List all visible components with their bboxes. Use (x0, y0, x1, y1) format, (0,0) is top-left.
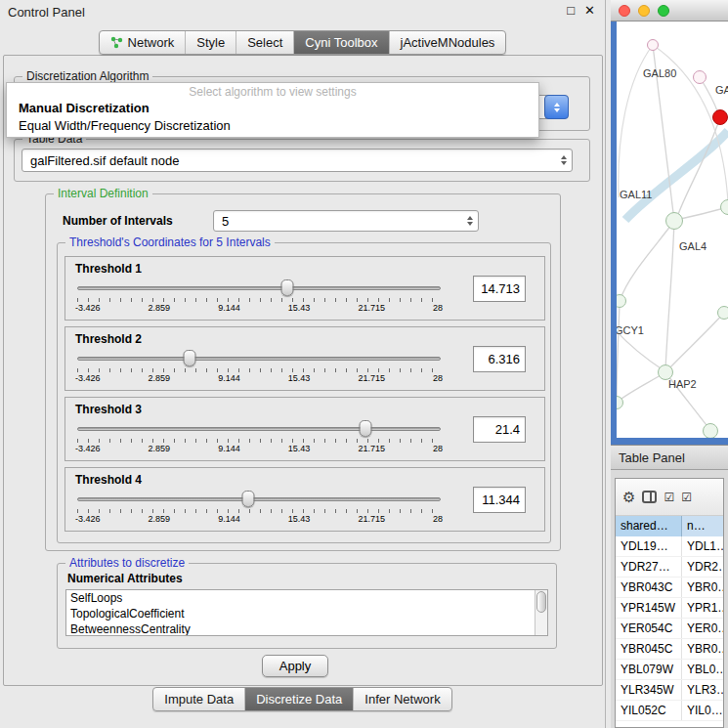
tab-infer-network[interactable]: Infer Network (353, 688, 450, 710)
scrollbar-thumb[interactable] (536, 591, 546, 613)
table-row[interactable]: YLR345WYLR3… (616, 680, 723, 701)
discretization-algorithm-group-title: Discretization Algorithm (22, 69, 152, 83)
dropdown-item-manual-discretization[interactable]: Manual Discretization (7, 100, 538, 117)
column-header-name[interactable]: n… (682, 516, 723, 536)
slider-scale: -3.426 2.859 9.144 15.43 21.715 28 (75, 514, 443, 524)
table-row[interactable]: YBR043CYBR0… (616, 578, 723, 598)
tab-impute-data[interactable]: Impute Data (153, 688, 244, 710)
cell: YIL052C (616, 701, 682, 720)
vertical-scrollbar[interactable] (535, 590, 547, 635)
tab-select[interactable]: Select (236, 31, 293, 54)
node-label: GCY1 (617, 324, 644, 336)
close-icon[interactable]: ✕ (584, 3, 595, 18)
threshold-1-value-field[interactable]: 14.713 (473, 276, 526, 302)
tab-discretize-data[interactable]: Discretize Data (244, 688, 353, 710)
threshold-3-slider[interactable] (75, 420, 443, 438)
table-panel: ⚙ ☑ ☑ shared… n… YDL19…YDL1… YDR27…YDR2…… (611, 470, 728, 728)
slider-thumb[interactable] (183, 350, 195, 366)
threshold-2-slider[interactable] (75, 350, 443, 367)
table-row[interactable]: YER054CYER0… (616, 619, 723, 639)
scale-label: 2.859 (149, 514, 171, 524)
threshold-2-value-field[interactable]: 6.316 (473, 346, 526, 372)
tab-label: Infer Network (364, 692, 440, 707)
network-node-selected[interactable] (712, 109, 728, 125)
zoom-traffic-light-icon[interactable] (658, 5, 669, 17)
network-canvas[interactable]: GAL80 GA GAL11 GAL4 GCY1 HAP2 (617, 21, 728, 438)
tab-label: jActiveMNodules (401, 35, 495, 50)
number-of-intervals-label: Number of Intervals (63, 214, 173, 228)
threshold-1-label: Threshold 1 (75, 262, 443, 276)
stepper-icon (561, 152, 567, 168)
threshold-1-slider[interactable] (75, 279, 443, 297)
scale-label: -3.426 (75, 444, 101, 453)
list-item[interactable]: BetweennessCentrality (66, 621, 547, 636)
scale-label: 28 (433, 373, 443, 383)
threshold-4-panel: Threshold 4 -3.426 2.859 9.144 15.43 21.… (64, 467, 545, 532)
close-traffic-light-icon[interactable] (619, 5, 630, 17)
slider-track[interactable] (77, 286, 441, 290)
scale-label: 21.715 (358, 373, 385, 383)
table-toolbar: ⚙ ☑ ☑ (616, 479, 723, 516)
slider-ticks (77, 509, 441, 513)
cell: YDL1… (682, 536, 723, 556)
cell: YPR1… (682, 598, 723, 618)
list-item[interactable]: SelfLoops (66, 590, 547, 606)
table-row[interactable]: YDR27…YDR2… (616, 557, 723, 578)
slider-ticks (77, 439, 441, 443)
network-node[interactable] (717, 306, 728, 320)
slider-track[interactable] (77, 497, 441, 501)
gear-icon[interactable]: ⚙ (622, 489, 635, 506)
node-label: HAP2 (668, 378, 697, 390)
table-panel-title: Table Panel (619, 450, 685, 465)
number-of-intervals-combobox[interactable]: 5 (213, 210, 479, 232)
table-row[interactable]: YBR045CYBR0… (616, 639, 723, 660)
cell: YDL19… (616, 536, 682, 556)
table-data-combobox-value: galFiltered.sif default node (30, 153, 179, 168)
slider-thumb[interactable] (281, 279, 294, 296)
threshold-3-label: Threshold 3 (75, 403, 443, 416)
minimize-traffic-light-icon[interactable] (638, 5, 650, 17)
dropdown-item-equal-width-frequency[interactable]: Equal Width/Frequency Discretization (7, 117, 538, 135)
slider-scale: -3.426 2.859 9.144 15.43 21.715 28 (75, 373, 443, 383)
threshold-4-label: Threshold 4 (75, 473, 443, 487)
apply-button[interactable]: Apply (262, 655, 328, 677)
screen: Control Panel □ ✕ Network (0, 0, 728, 728)
cell: YBR0… (682, 578, 723, 597)
table-data-combobox[interactable]: galFiltered.sif default node (21, 149, 573, 172)
table-row[interactable]: YPR145WYPR1… (616, 598, 723, 619)
table-row[interactable]: YDL19…YDL1… (616, 536, 723, 557)
table-row[interactable]: YBL079WYBL0… (616, 660, 723, 680)
tab-cyni-toolbox[interactable]: Cyni Toolbox (293, 31, 388, 54)
bottom-tabbar: Impute Data Discretize Data Infer Networ… (0, 687, 605, 711)
scale-label: 9.144 (218, 373, 240, 383)
threshold-4-value-field[interactable]: 11.344 (473, 487, 526, 513)
network-node[interactable] (703, 423, 718, 438)
control-panel-title: Control Panel (0, 5, 85, 20)
threshold-1-panel: Threshold 1 -3.426 2.859 9.144 15.43 21.… (64, 256, 545, 321)
cell: YDR27… (616, 557, 682, 577)
column-header-shared-name[interactable]: shared… (616, 516, 682, 536)
select-column-checkbox-icon[interactable]: ☑ (681, 491, 692, 504)
threshold-3-value-field[interactable]: 21.4 (473, 416, 526, 443)
cell: YDR2… (682, 557, 723, 577)
threshold-4-slider[interactable] (75, 491, 443, 508)
list-item[interactable]: TopologicalCoefficient (66, 606, 547, 621)
slider-thumb[interactable] (241, 491, 254, 507)
network-node[interactable] (665, 212, 683, 230)
tab-jactivemodules[interactable]: jActiveMNodules (389, 31, 506, 54)
columns-icon[interactable] (642, 491, 657, 503)
slider-track[interactable] (77, 427, 441, 431)
float-window-icon[interactable]: □ (567, 3, 575, 18)
slider-track[interactable] (77, 357, 441, 361)
select-all-checkbox-icon[interactable]: ☑ (664, 491, 674, 504)
network-node[interactable] (693, 70, 707, 84)
tab-style[interactable]: Style (185, 31, 236, 54)
tab-network[interactable]: Network (100, 31, 186, 54)
table-row[interactable]: YIL052CYIL0… (616, 701, 723, 721)
network-node[interactable] (647, 39, 659, 51)
algorithm-dropdown: Select algorithm to view settings Manual… (6, 82, 539, 138)
scale-label: 28 (433, 444, 443, 453)
scale-label: 15.43 (288, 514, 311, 524)
slider-thumb[interactable] (360, 420, 372, 437)
attributes-group: Attributes to discretize Numerical Attri… (57, 563, 557, 649)
